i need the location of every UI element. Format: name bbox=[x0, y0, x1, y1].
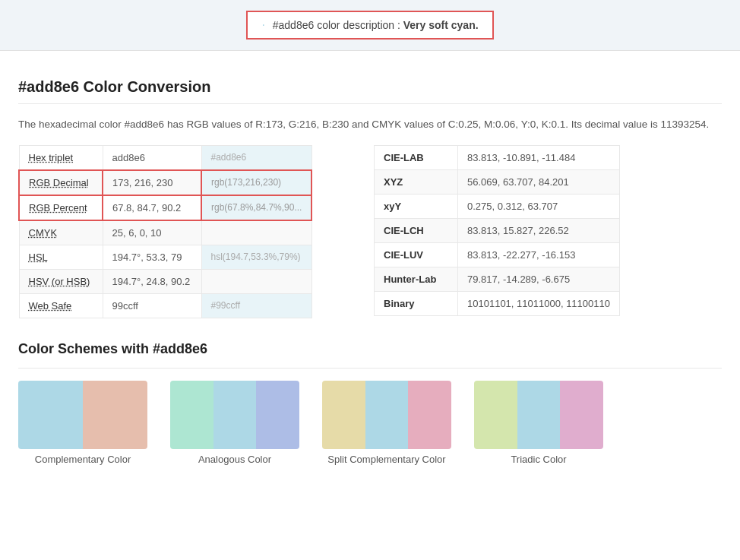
table-row-rgb-percent: RGB Percent 67.8, 84.7, 90.2 rgb(67.8%,8… bbox=[19, 195, 311, 220]
description-paragraph: The hexadecimal color #add8e6 has RGB va… bbox=[18, 116, 722, 133]
value-cieluv: 83.813, -22.277, -16.153 bbox=[458, 242, 620, 267]
description-text: #add8e6 color description : Very soft cy… bbox=[273, 19, 479, 31]
table-row-xyz: XYZ 56.069, 63.707, 84.201 bbox=[375, 169, 620, 194]
preview-cmyk bbox=[201, 220, 311, 245]
table-row-cielab: CIE-LAB 83.813, -10.891, -11.484 bbox=[375, 145, 620, 169]
value-hsl: 194.7°, 53.3, 79 bbox=[103, 245, 201, 269]
schemes-title: Color Schemes with #add8e6 bbox=[18, 341, 722, 357]
value-cielch: 83.813, 15.827, 226.52 bbox=[458, 218, 620, 242]
label-xyy: xyY bbox=[375, 194, 458, 218]
preview-rgb-percent: rgb(67.8%,84.7%,90... bbox=[201, 195, 311, 220]
value-rgb-decimal: 173, 216, 230 bbox=[103, 170, 201, 195]
scheme-analogous[interactable]: Analogous Color bbox=[170, 381, 299, 465]
scheme-label-analogous: Analogous Color bbox=[198, 454, 271, 465]
description-prefix: #add8e6 color description : bbox=[273, 19, 403, 31]
preview-hex: #add8e6 bbox=[201, 145, 311, 170]
swatch-triadic-1 bbox=[474, 381, 517, 449]
scheme-swatch-triadic[interactable] bbox=[474, 381, 603, 449]
scheme-label-split: Split Complementary Color bbox=[327, 454, 445, 465]
table-row-rgb-decimal: RGB Decimal 173, 216, 230 rgb(173,216,23… bbox=[19, 170, 311, 195]
label-websafe: Web Safe bbox=[19, 293, 103, 318]
preview-hsv bbox=[201, 269, 311, 293]
main-content: #add8e6 Color Conversion The hexadecimal… bbox=[0, 51, 740, 488]
dot-icon: · bbox=[261, 18, 264, 31]
label-hunterlab: Hunter-Lab bbox=[375, 267, 458, 291]
table-row-websafe: Web Safe 99ccff #99ccff bbox=[19, 293, 311, 318]
preview-hsl: hsl(194.7,53.3%,79%) bbox=[201, 245, 311, 269]
label-cmyk: CMYK bbox=[19, 220, 103, 245]
scheme-swatch-split[interactable] bbox=[322, 381, 451, 449]
table-row-binary: Binary 10101101, 11011000, 11100110 bbox=[375, 291, 620, 315]
section-title: #add8e6 Color Conversion bbox=[18, 78, 722, 96]
value-hex: add8e6 bbox=[103, 145, 201, 170]
label-rgb-percent: RGB Percent bbox=[19, 195, 103, 220]
left-table: Hex triplet add8e6 #add8e6 RGB Decimal 1… bbox=[18, 145, 312, 318]
table-row: Hex triplet add8e6 #add8e6 bbox=[19, 145, 311, 170]
swatch-split-3 bbox=[408, 381, 451, 449]
preview-rgb-decimal: rgb(173,216,230) bbox=[201, 170, 311, 195]
right-table-container: CIE-LAB 83.813, -10.891, -11.484 XYZ 56.… bbox=[374, 145, 722, 318]
label-xyz: XYZ bbox=[375, 169, 458, 194]
value-hsv: 194.7°, 24.8, 90.2 bbox=[103, 269, 201, 293]
label-hsv: HSV (or HSB) bbox=[19, 269, 103, 293]
label-rgb-decimal: RGB Decimal bbox=[19, 170, 103, 195]
top-banner: · #add8e6 color description : Very soft … bbox=[0, 0, 740, 51]
swatch-split-2 bbox=[365, 381, 409, 449]
swatch-color-1 bbox=[18, 381, 83, 449]
label-hex: Hex triplet bbox=[19, 145, 103, 170]
value-binary: 10101101, 11011000, 11100110 bbox=[458, 291, 620, 315]
swatch-triadic-3 bbox=[560, 381, 603, 449]
schemes-separator bbox=[18, 368, 722, 369]
scheme-complementary[interactable]: Complementary Color bbox=[18, 381, 147, 465]
swatch-analogous-1 bbox=[170, 381, 213, 449]
left-table-container: Hex triplet add8e6 #add8e6 RGB Decimal 1… bbox=[18, 145, 366, 318]
table-row-cieluv: CIE-LUV 83.813, -22.277, -16.153 bbox=[375, 242, 620, 267]
description-bold: Very soft cyan. bbox=[403, 19, 479, 31]
value-cielab: 83.813, -10.891, -11.484 bbox=[458, 145, 620, 169]
swatch-split-1 bbox=[322, 381, 365, 449]
right-table: CIE-LAB 83.813, -10.891, -11.484 XYZ 56.… bbox=[374, 145, 620, 316]
tables-wrapper: Hex triplet add8e6 #add8e6 RGB Decimal 1… bbox=[18, 145, 722, 318]
swatch-color-2 bbox=[83, 381, 147, 449]
table-row-hunterlab: Hunter-Lab 79.817, -14.289, -6.675 bbox=[375, 267, 620, 291]
table-row-cielch: CIE-LCH 83.813, 15.827, 226.52 bbox=[375, 218, 620, 242]
swatch-analogous-2 bbox=[213, 381, 257, 449]
scheme-swatch-complementary[interactable] bbox=[18, 381, 147, 449]
label-binary: Binary bbox=[375, 291, 458, 315]
label-hsl: HSL bbox=[19, 245, 103, 269]
value-xyy: 0.275, 0.312, 63.707 bbox=[458, 194, 620, 218]
label-cieluv: CIE-LUV bbox=[375, 242, 458, 267]
preview-websafe: #99ccff bbox=[201, 293, 311, 318]
scheme-triadic[interactable]: Triadic Color bbox=[474, 381, 603, 465]
swatch-analogous-3 bbox=[256, 381, 299, 449]
table-row-xyy: xyY 0.275, 0.312, 63.707 bbox=[375, 194, 620, 218]
description-box: · #add8e6 color description : Very soft … bbox=[246, 11, 493, 40]
table-row-hsl: HSL 194.7°, 53.3, 79 hsl(194.7,53.3%,79%… bbox=[19, 245, 311, 269]
scheme-swatch-analogous[interactable] bbox=[170, 381, 299, 449]
label-cielab: CIE-LAB bbox=[375, 145, 458, 169]
scheme-label-triadic: Triadic Color bbox=[511, 454, 566, 465]
swatch-triadic-2 bbox=[517, 381, 561, 449]
value-rgb-percent: 67.8, 84.7, 90.2 bbox=[103, 195, 201, 220]
table-row-cmyk: CMYK 25, 6, 0, 10 bbox=[19, 220, 311, 245]
scheme-split-complementary[interactable]: Split Complementary Color bbox=[322, 381, 451, 465]
table-row-hsv: HSV (or HSB) 194.7°, 24.8, 90.2 bbox=[19, 269, 311, 293]
value-xyz: 56.069, 63.707, 84.201 bbox=[458, 169, 620, 194]
separator bbox=[18, 103, 722, 104]
label-cielch: CIE-LCH bbox=[375, 218, 458, 242]
scheme-label-complementary: Complementary Color bbox=[35, 454, 131, 465]
value-cmyk: 25, 6, 0, 10 bbox=[103, 220, 201, 245]
value-websafe: 99ccff bbox=[103, 293, 201, 318]
value-hunterlab: 79.817, -14.289, -6.675 bbox=[458, 267, 620, 291]
color-schemes: Complementary Color Analogous Color Spli… bbox=[18, 381, 722, 465]
